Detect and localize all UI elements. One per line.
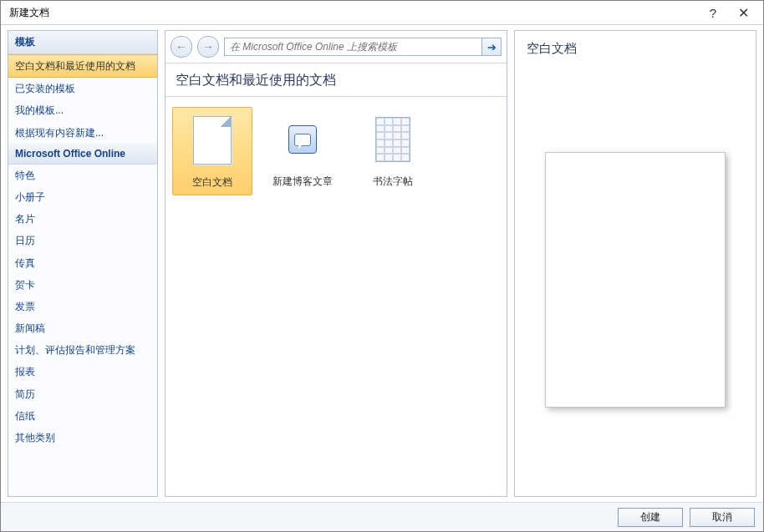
cancel-button[interactable]: 取消 — [690, 508, 755, 527]
preview-page-icon — [545, 152, 726, 408]
blank-document-icon — [180, 113, 245, 168]
arrow-left-icon: ← — [176, 40, 187, 53]
search-input-wrap: ➔ — [224, 38, 502, 56]
section-title: 空白文档和最近使用的文档 — [166, 63, 507, 97]
sidebar: 模板 空白文档和最近使用的文档 已安装的模板 我的模板... 根据现有内容新建.… — [8, 30, 158, 497]
sidebar-item-label: 贺卡 — [15, 279, 35, 291]
search-go-button[interactable]: ➔ — [481, 38, 501, 55]
sidebar-item-label: 特色 — [15, 170, 35, 181]
sidebar-item-blank-recent[interactable]: 空白文档和最近使用的文档 — [8, 54, 157, 78]
template-blank[interactable]: 空白文档 — [172, 107, 252, 195]
sidebar-item-label: 报表 — [15, 366, 35, 377]
sidebar-item-from-existing[interactable]: 根据现有内容新建... — [8, 122, 157, 144]
sidebar-item-label: 根据现有内容新建... — [15, 127, 104, 139]
back-button[interactable]: ← — [171, 36, 192, 58]
sidebar-item-label: 空白文档和最近使用的文档 — [15, 60, 135, 72]
forward-button[interactable]: → — [197, 36, 219, 58]
dialog-body: 模板 空白文档和最近使用的文档 已安装的模板 我的模板... 根据现有内容新建.… — [1, 25, 763, 502]
template-calligraphy[interactable]: 书法字帖 — [353, 107, 433, 194]
sidebar-item-label: 已安装的模板 — [15, 83, 75, 94]
sidebar-item-label: 日历 — [15, 235, 35, 246]
template-label: 新建博客文章 — [262, 174, 343, 194]
template-label: 空白文档 — [173, 175, 252, 195]
calligraphy-grid-icon — [360, 112, 425, 167]
sidebar-heading-templates: 模板 — [8, 31, 157, 54]
dialog-window: 新建文档 ? ✕ 模板 空白文档和最近使用的文档 已安装的模板 我的模板... … — [0, 0, 764, 532]
sidebar-item-resume[interactable]: 简历 — [8, 383, 157, 405]
preview-body — [515, 63, 756, 496]
window-title: 新建文档 — [9, 6, 698, 20]
sidebar-item-biz-cards[interactable]: 名片 — [8, 208, 157, 230]
search-input[interactable] — [225, 38, 481, 55]
sidebar-item-newsletter[interactable]: 新闻稿 — [8, 317, 157, 339]
arrow-go-icon: ➔ — [487, 41, 497, 53]
center-panel: ← → ➔ 空白文档和最近使用的文档 空白文档 — [165, 30, 507, 497]
sidebar-item-reports[interactable]: 报表 — [8, 361, 157, 383]
sidebar-item-invoice[interactable]: 发票 — [8, 296, 157, 317]
sidebar-item-label: 小册子 — [15, 191, 45, 203]
sidebar-item-label: 信纸 — [15, 410, 35, 422]
preview-panel: 空白文档 — [514, 30, 756, 497]
sidebar-item-label: 我的模板... — [15, 104, 64, 116]
template-blog[interactable]: 新建博客文章 — [262, 107, 343, 194]
titlebar: 新建文档 ? ✕ — [1, 1, 763, 25]
sidebar-item-calendar[interactable]: 日历 — [8, 230, 157, 251]
sidebar-item-label: 新闻稿 — [15, 322, 45, 334]
sidebar-item-installed[interactable]: 已安装的模板 — [8, 78, 157, 99]
sidebar-item-other[interactable]: 其他类别 — [8, 427, 157, 448]
template-grid: 空白文档 新建博客文章 — [166, 97, 507, 496]
blog-post-icon — [270, 112, 335, 167]
sidebar-item-label: 发票 — [15, 301, 35, 312]
sidebar-item-label: 传真 — [15, 257, 35, 269]
sidebar-item-fax[interactable]: 传真 — [8, 252, 157, 274]
footer: 创建 取消 — [1, 502, 763, 531]
sidebar-item-my-templates[interactable]: 我的模板... — [8, 99, 157, 121]
arrow-right-icon: → — [202, 40, 214, 53]
close-icon[interactable]: ✕ — [728, 5, 758, 21]
sidebar-item-label: 名片 — [15, 213, 35, 225]
create-button[interactable]: 创建 — [618, 508, 683, 527]
template-label: 书法字帖 — [353, 174, 433, 194]
sidebar-item-plans[interactable]: 计划、评估报告和管理方案 — [8, 339, 157, 361]
sidebar-item-label: 简历 — [15, 388, 35, 400]
sidebar-item-label: 计划、评估报告和管理方案 — [15, 344, 135, 356]
preview-title: 空白文档 — [515, 31, 756, 63]
sidebar-item-featured[interactable]: 特色 — [8, 165, 157, 186]
search-row: ← → ➔ — [166, 31, 507, 63]
sidebar-item-label: 其他类别 — [15, 432, 55, 443]
sidebar-item-cards[interactable]: 贺卡 — [8, 274, 157, 296]
sidebar-heading-online: Microsoft Office Online — [8, 144, 157, 165]
help-icon[interactable]: ? — [698, 6, 728, 20]
sidebar-item-brochures[interactable]: 小册子 — [8, 186, 157, 208]
sidebar-item-letterhead[interactable]: 信纸 — [8, 405, 157, 427]
